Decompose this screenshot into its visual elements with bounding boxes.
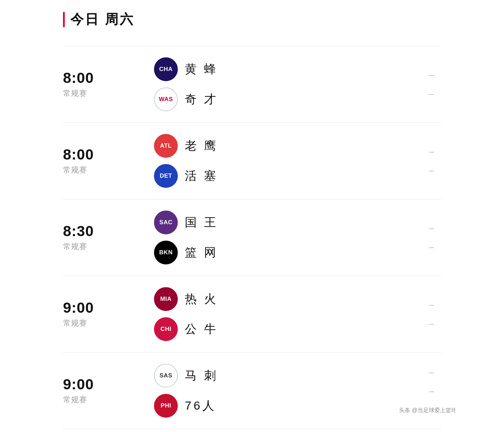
team-logo-chi: CHI	[154, 317, 178, 341]
page-title: 今日 周六	[70, 10, 134, 28]
teams-block-game1: CHA黄 蜂WAS奇 才	[154, 57, 399, 111]
score-block-game4: ––	[399, 300, 441, 328]
game-row-game2: 8:00常规赛ATL老 鹰DET活 塞––	[63, 123, 441, 199]
team-row-game5-1: PHI76人	[154, 394, 399, 418]
team-name-chi: 公 牛	[185, 321, 218, 337]
game-type-game1: 常规赛	[63, 88, 154, 99]
team-logo-atl: ATL	[154, 134, 178, 158]
game-type-game4: 常规赛	[63, 318, 154, 328]
score-block-game3: ––	[399, 224, 441, 252]
teams-block-game2: ATL老 鹰DET活 塞	[154, 134, 399, 188]
team-row-game4-1: CHI公 牛	[154, 317, 399, 341]
team-logo-sac: SAC	[154, 211, 178, 234]
team-name-det: 活 塞	[185, 168, 218, 184]
team-row-game4-0: MIA热 火	[154, 287, 399, 311]
score-block-game2: ––	[399, 147, 441, 175]
score-game3-1: –	[399, 242, 434, 252]
game-time-game2: 8:00	[63, 147, 154, 163]
game-time-block-game4: 9:00常规赛	[63, 300, 154, 328]
game-time-block-game2: 8:00常规赛	[63, 147, 154, 175]
team-row-game3-1: BKN篮 网	[154, 241, 399, 264]
game-time-game3: 8:30	[63, 223, 154, 239]
game-row-game1: 8:00常规赛CHA黄 蜂WAS奇 才––	[63, 46, 441, 123]
watermark: 头条 @当足球爱上篮球	[399, 407, 434, 414]
team-name-cha: 黄 蜂	[185, 61, 218, 77]
game-row-game5: 9:00常规赛SAS马 刺PHI76人––头条 @当足球爱上篮球	[63, 353, 441, 429]
score-game4-1: –	[399, 319, 434, 328]
team-row-game1-1: WAS奇 才	[154, 87, 399, 111]
team-logo-phi: PHI	[154, 394, 178, 418]
header-accent-bar	[63, 12, 65, 27]
team-name-phi: 76人	[185, 398, 216, 414]
game-row-game3: 8:30常规赛SAC国 王BKN篮 网––	[63, 199, 441, 276]
score-block-game1: ––	[399, 70, 441, 98]
team-name-atl: 老 鹰	[185, 138, 218, 154]
teams-block-game4: MIA热 火CHI公 牛	[154, 287, 399, 341]
team-row-game1-0: CHA黄 蜂	[154, 57, 399, 81]
game-time-game1: 8:00	[63, 70, 154, 86]
score-game2-1: –	[399, 166, 434, 175]
game-time-game5: 9:00	[63, 376, 154, 392]
team-name-sas: 马 刺	[185, 368, 218, 384]
team-row-game2-1: DET活 塞	[154, 164, 399, 188]
team-logo-mia: MIA	[154, 287, 178, 311]
team-logo-sas: SAS	[154, 364, 178, 388]
game-type-game2: 常规赛	[63, 165, 154, 175]
team-name-was: 奇 才	[185, 91, 218, 107]
team-logo-det: DET	[154, 164, 178, 188]
game-type-game5: 常规赛	[63, 395, 154, 405]
games-list: 8:00常规赛CHA黄 蜂WAS奇 才––8:00常规赛ATL老 鹰DET活 塞…	[63, 46, 441, 429]
teams-block-game3: SAC国 王BKN篮 网	[154, 211, 399, 264]
score-game3-0: –	[399, 224, 434, 233]
game-time-block-game5: 9:00常规赛	[63, 376, 154, 405]
page-header: 今日 周六	[63, 10, 441, 32]
score-game2-0: –	[399, 147, 434, 156]
team-row-game5-0: SAS马 刺	[154, 364, 399, 388]
game-type-game3: 常规赛	[63, 241, 154, 252]
game-time-game4: 9:00	[63, 300, 154, 316]
score-game1-1: –	[399, 89, 434, 98]
team-name-mia: 热 火	[185, 291, 218, 307]
game-time-block-game1: 8:00常规赛	[63, 70, 154, 99]
team-name-bkn: 篮 网	[185, 245, 218, 261]
game-time-block-game3: 8:30常规赛	[63, 223, 154, 252]
team-row-game3-0: SAC国 王	[154, 211, 399, 234]
team-name-sac: 国 王	[185, 214, 218, 231]
score-game5-1: –	[399, 387, 434, 396]
team-row-game2-0: ATL老 鹰	[154, 134, 399, 158]
score-game1-0: –	[399, 70, 434, 79]
game-row-game4: 9:00常规赛MIA热 火CHI公 牛––	[63, 276, 441, 353]
score-block-game5: ––头条 @当足球爱上篮球	[399, 368, 441, 414]
score-game4-0: –	[399, 300, 434, 309]
team-logo-bkn: BKN	[154, 241, 178, 264]
teams-block-game5: SAS马 刺PHI76人	[154, 364, 399, 418]
score-game5-0: –	[399, 368, 434, 377]
team-logo-cha: CHA	[154, 57, 178, 81]
team-logo-was: WAS	[154, 87, 178, 111]
